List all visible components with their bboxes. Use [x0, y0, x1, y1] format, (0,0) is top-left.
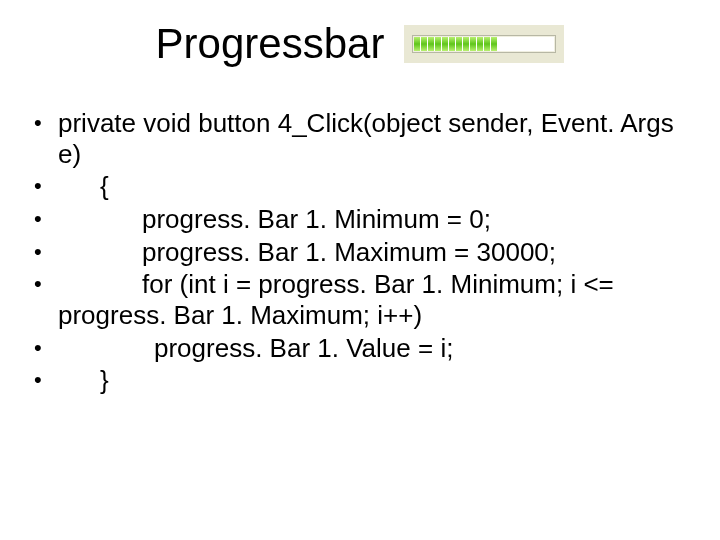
- bullet-item: • {: [34, 171, 686, 202]
- progressbar-segment: [484, 37, 490, 51]
- progressbar-fill: [414, 37, 497, 51]
- body-text: • private void button 4_Click(object sen…: [34, 108, 686, 398]
- bullet-dot-icon: •: [34, 108, 58, 138]
- bullet-text: }: [58, 365, 686, 396]
- progressbar-segment: [470, 37, 476, 51]
- bullet-text: {: [58, 171, 686, 202]
- progressbar-segment: [435, 37, 441, 51]
- progressbar-segment: [449, 37, 455, 51]
- slide: Progressbar • private void button 4_Clic…: [0, 0, 720, 540]
- bullet-item: • progress. Bar 1. Value = i;: [34, 333, 686, 364]
- bullet-item: • progress. Bar 1. Minimum = 0;: [34, 204, 686, 235]
- bullet-item: • progress. Bar 1. Maximum = 30000;: [34, 237, 686, 268]
- bullet-dot-icon: •: [34, 204, 58, 234]
- progressbar-segment: [491, 37, 497, 51]
- bullet-text: private void button 4_Click(object sende…: [58, 108, 686, 169]
- slide-title: Progressbar: [156, 20, 385, 68]
- bullet-dot-icon: •: [34, 365, 58, 395]
- bullet-item: • for (int i = progress. Bar 1. Minimum;…: [34, 269, 686, 330]
- bullet-item: • private void button 4_Click(object sen…: [34, 108, 686, 169]
- bullet-item: • }: [34, 365, 686, 396]
- bullet-text: progress. Bar 1. Value = i;: [58, 333, 686, 364]
- bullet-dot-icon: •: [34, 171, 58, 201]
- bullet-dot-icon: •: [34, 237, 58, 267]
- bullet-text: progress. Bar 1. Maximum = 30000;: [58, 237, 686, 268]
- bullet-dot-icon: •: [34, 269, 58, 299]
- progressbar-segment: [428, 37, 434, 51]
- progressbar-widget-bg: [404, 25, 564, 63]
- progressbar-segment: [456, 37, 462, 51]
- bullet-text: for (int i = progress. Bar 1. Minimum; i…: [58, 269, 686, 330]
- progressbar-segment: [414, 37, 420, 51]
- title-row: Progressbar: [0, 20, 720, 68]
- progressbar-segment: [463, 37, 469, 51]
- bullet-dot-icon: •: [34, 333, 58, 363]
- progressbar-segment: [477, 37, 483, 51]
- progressbar-segment: [442, 37, 448, 51]
- progressbar-track: [412, 35, 556, 53]
- progressbar-segment: [421, 37, 427, 51]
- bullet-text: progress. Bar 1. Minimum = 0;: [58, 204, 686, 235]
